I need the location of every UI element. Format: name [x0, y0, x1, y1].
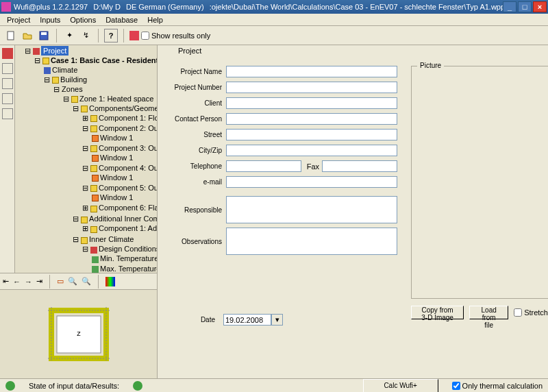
- input-client[interactable]: [226, 97, 397, 109]
- nav-next-icon[interactable]: →: [25, 278, 32, 286]
- vertical-toolstrip: [0, 45, 15, 273]
- tree-w1[interactable]: Window 1: [100, 134, 133, 142]
- open-icon[interactable]: [21, 29, 34, 42]
- zoom-out-icon[interactable]: 🔍: [82, 277, 91, 286]
- tool-icon[interactable]: ↯: [79, 29, 92, 42]
- input-email[interactable]: [226, 176, 397, 188]
- input-project-name[interactable]: [226, 66, 397, 77]
- menu-project[interactable]: Project: [3, 15, 34, 25]
- maximize-button[interactable]: □: [518, 1, 532, 12]
- status-ok-icon: [5, 381, 15, 391]
- tree-c4[interactable]: Component 4: Outer: [99, 164, 157, 172]
- tree-root[interactable]: Project: [41, 46, 68, 56]
- tool-icon-1[interactable]: [2, 48, 13, 59]
- label-observations: Observations: [171, 238, 226, 245]
- tool-icon-2[interactable]: [2, 63, 13, 74]
- thermometer-icon: [90, 247, 97, 254]
- show-results-label: Show results only: [151, 32, 210, 40]
- input-contact[interactable]: [226, 113, 397, 125]
- input-responsible[interactable]: [226, 196, 397, 223]
- label-project-number: Project Number: [171, 84, 226, 91]
- menu-database[interactable]: Database: [101, 15, 142, 25]
- menu-bar: Project Inputs Options Database Help: [0, 14, 548, 26]
- zoom-in-icon[interactable]: 🔍: [68, 277, 77, 286]
- language-indicator[interactable]: DE German (Germany): [126, 3, 204, 11]
- tree-c6[interactable]: Component 6: Flat ro: [99, 204, 157, 212]
- status-bar: State of input data/Results: Calc Wufi+ …: [0, 378, 548, 392]
- tab-project[interactable]: Project: [178, 47, 201, 55]
- label-street: Street: [171, 131, 226, 138]
- tool-icon-5[interactable]: [2, 108, 13, 119]
- date-dropdown-icon[interactable]: ▾: [271, 314, 283, 326]
- tree-w3[interactable]: Window 1: [100, 173, 133, 182]
- tree-maxtemp[interactable]: Max. Temperature: [100, 265, 157, 273]
- svg-text:z: z: [77, 329, 81, 337]
- project-tree[interactable]: ⊟ Project ⊟ Case 1: Basic Case - Residen…: [15, 45, 157, 273]
- nav-prev-icon[interactable]: ←: [13, 278, 21, 286]
- label-contact: Contact Person: [171, 115, 226, 123]
- calc-button[interactable]: Calc Wufi+: [363, 379, 438, 393]
- tree-innerclim[interactable]: Inner Climate: [89, 235, 134, 243]
- tree-c1[interactable]: Component 1: Floor: [99, 114, 157, 122]
- label-date: Date: [192, 316, 219, 323]
- check-icon: [92, 256, 99, 263]
- content-panel: Project Project Name Project Number Clie…: [158, 45, 548, 378]
- input-fax[interactable]: [322, 160, 397, 172]
- tree-zones[interactable]: Zones: [62, 85, 83, 93]
- menu-inputs[interactable]: Inputs: [36, 15, 64, 25]
- geometry-preview[interactable]: z: [0, 289, 157, 378]
- component-icon[interactable]: ▭: [57, 277, 64, 286]
- tree-design[interactable]: Design Conditions: [99, 245, 157, 253]
- tree-case[interactable]: Case 1: Basic Case - Residential: [51, 56, 157, 64]
- tree-c5[interactable]: Component 5: Outer: [99, 184, 157, 192]
- tool-icon-3[interactable]: [2, 78, 13, 89]
- load-from-file-button[interactable]: Load from file: [469, 306, 508, 319]
- help-icon[interactable]: ?: [104, 29, 118, 42]
- input-project-number[interactable]: [226, 82, 397, 93]
- tree-c2[interactable]: Component 2: Outer: [99, 124, 157, 132]
- show-results-checkbox[interactable]: Show results only: [129, 31, 210, 40]
- tree-compgeo[interactable]: Components/Geometry: [89, 104, 157, 112]
- nav-first-icon[interactable]: ⇤: [3, 277, 9, 286]
- tree-c1a[interactable]: Component 1: Additio: [99, 224, 157, 232]
- wizard-icon[interactable]: ✦: [62, 29, 76, 42]
- input-observations[interactable]: [226, 228, 397, 255]
- picture-groupbox: Picture: [411, 66, 548, 299]
- input-date[interactable]: [223, 314, 271, 326]
- climate-icon: [44, 67, 51, 74]
- palette-icon[interactable]: [105, 277, 115, 286]
- app-title: Wufi@plus 1.2.2.1297: [14, 3, 88, 11]
- tree-addcomp[interactable]: Additional Inner Compone: [89, 215, 157, 223]
- tool-icon-4[interactable]: [2, 93, 13, 104]
- tree-climate[interactable]: Climate: [52, 66, 77, 74]
- results-icon[interactable]: [133, 381, 142, 391]
- tree-zone1[interactable]: Zone 1: Heated space: [79, 95, 153, 103]
- label-responsible: Responsible: [171, 206, 226, 214]
- thermal-checkbox[interactable]: Only thermal calculation: [452, 382, 543, 390]
- label-fax: Fax: [301, 162, 322, 171]
- left-panel: ⊟ Project ⊟ Case 1: Basic Case - Residen…: [0, 45, 158, 378]
- tree-w2[interactable]: Window 1: [100, 154, 133, 162]
- copy-from-3d-button[interactable]: Copy from 3-D Image: [411, 306, 464, 319]
- tree-w4[interactable]: Window 1: [100, 193, 133, 201]
- input-telephone[interactable]: [226, 160, 301, 172]
- stretch-checkbox[interactable]: Stretch: [514, 308, 548, 317]
- close-button[interactable]: ×: [533, 1, 547, 12]
- new-icon[interactable]: [4, 29, 18, 42]
- file-path: :ojekte\Dubai\The World\Calculations\Cas…: [210, 3, 503, 11]
- tree-mintemp[interactable]: Min. Temperature: [100, 254, 157, 262]
- tree-building[interactable]: Building: [60, 75, 87, 84]
- input-street[interactable]: [226, 129, 397, 140]
- tree-toggle-icon[interactable]: ⊟: [25, 47, 31, 55]
- input-cityzip[interactable]: [226, 145, 397, 156]
- nav-last-icon[interactable]: ⇥: [36, 277, 42, 286]
- svg-rect-2: [41, 32, 47, 35]
- label-client: Client: [171, 99, 226, 107]
- save-icon[interactable]: [37, 29, 51, 42]
- menu-options[interactable]: Options: [66, 15, 100, 25]
- minimize-button[interactable]: _: [503, 1, 516, 12]
- label-project-name: Project Name: [171, 68, 226, 75]
- status-label: State of input data/Results:: [29, 382, 119, 390]
- menu-help[interactable]: Help: [143, 15, 167, 25]
- tree-c3[interactable]: Component 3: Outer: [99, 144, 157, 152]
